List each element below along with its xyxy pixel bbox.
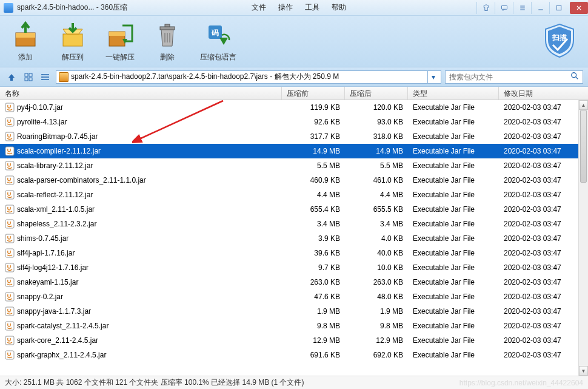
maximize-button[interactable]	[549, 2, 567, 14]
menu-help[interactable]: 帮助	[332, 2, 346, 13]
cell-name: scala-xml_2.11-1.0.5.jar	[0, 205, 282, 214]
file-name: shims-0.7.45.jar	[17, 234, 68, 243]
menu-button[interactable]	[513, 2, 531, 14]
onekey-label: 一键解压	[105, 52, 135, 63]
file-name: spark-catalyst_2.11-2.4.5.jar	[17, 322, 109, 330]
scroll-down-button[interactable]: ▼	[579, 366, 588, 376]
scan-badge[interactable]: 扫描	[542, 23, 577, 58]
cell-type: Executable Jar File	[408, 278, 499, 286]
menu-operate[interactable]: 操作	[278, 2, 293, 13]
cell-after: 14.9 MB	[345, 147, 408, 155]
svg-rect-3	[16, 33, 35, 38]
search-input[interactable]	[449, 73, 564, 81]
cell-name: spark-core_2.11-2.4.5.jar	[0, 336, 282, 345]
file-name: spark-core_2.11-2.4.5.jar	[17, 336, 98, 345]
lang-button[interactable]: 码 压缩包语言	[200, 21, 236, 63]
delete-icon	[153, 21, 182, 50]
table-row[interactable]: scala-compiler-2.11.12.jar14.9 MB14.9 MB…	[0, 144, 588, 158]
path-dropdown-button[interactable]: ▾	[427, 71, 438, 83]
scrollbar[interactable]: ▲ ▼	[578, 100, 588, 376]
col-name[interactable]: 名称	[0, 87, 282, 100]
cell-name: slf4j-log4j12-1.7.16.jar	[0, 263, 282, 272]
table-row[interactable]: scala-xml_2.11-1.0.5.jar655.4 KB655.5 KB…	[0, 202, 588, 217]
table-row[interactable]: scala-library-2.11.12.jar5.5 MB5.5 MBExe…	[0, 158, 588, 173]
onekey-button[interactable]: 一键解压	[105, 21, 135, 63]
cell-type: Executable Jar File	[408, 147, 499, 155]
menu-tool[interactable]: 工具	[305, 2, 319, 13]
jar-icon	[5, 219, 15, 229]
table-row[interactable]: spark-core_2.11-2.4.5.jar12.9 MB12.9 MBE…	[0, 333, 588, 348]
cell-after: 93.0 KB	[345, 118, 408, 126]
table-row[interactable]: spark-graphx_2.11-2.4.5.jar691.6 KB692.0…	[0, 348, 588, 362]
table-row[interactable]: slf4j-api-1.7.16.jar39.6 KB40.0 KBExecut…	[0, 246, 588, 260]
col-before[interactable]: 压缩前	[282, 87, 345, 100]
cell-type: Executable Jar File	[408, 161, 499, 170]
lang-label: 压缩包语言	[200, 52, 236, 63]
cell-after: 1.9 MB	[345, 307, 408, 316]
file-name: spark-graphx_2.11-2.4.5.jar	[17, 351, 106, 359]
skin-button[interactable]	[476, 2, 495, 14]
cell-before: 691.6 KB	[282, 351, 345, 359]
cell-date: 2020-02-03 03:47	[499, 351, 588, 359]
search-box[interactable]	[445, 70, 583, 84]
table-row[interactable]: slf4j-log4j12-1.7.16.jar9.7 KB10.0 KBExe…	[0, 260, 588, 275]
svg-rect-14	[25, 78, 28, 81]
svg-text:码: 码	[211, 29, 219, 37]
col-after[interactable]: 压缩后	[345, 87, 408, 100]
search-icon[interactable]	[570, 72, 579, 82]
cell-type: Executable Jar File	[408, 263, 499, 272]
cell-type: Executable Jar File	[408, 103, 499, 112]
up-button[interactable]	[5, 70, 18, 84]
cell-date: 2020-02-03 03:47	[499, 263, 588, 272]
cell-date: 2020-02-03 03:47	[499, 220, 588, 228]
cell-name: snakeyaml-1.15.jar	[0, 277, 282, 287]
table-row[interactable]: scala-reflect-2.11.12.jar4.4 MB4.4 MBExe…	[0, 188, 588, 202]
delete-button[interactable]: 删除	[153, 21, 182, 63]
svg-rect-12	[25, 73, 28, 76]
table-row[interactable]: snappy-0.2.jar47.6 KB48.0 KBExecutable J…	[0, 289, 588, 304]
cell-date: 2020-02-03 03:47	[499, 307, 588, 316]
cell-name: pyrolite-4.13.jar	[0, 117, 282, 127]
lang-icon: 码	[204, 21, 233, 50]
table-row[interactable]: snakeyaml-1.15.jar263.0 KB263.0 KBExecut…	[0, 275, 588, 289]
cell-after: 4.0 KB	[345, 234, 408, 243]
col-date[interactable]: 修改日期	[499, 87, 588, 100]
close-button[interactable]	[570, 2, 588, 14]
add-button[interactable]: 添加	[11, 21, 40, 63]
file-name: pyrolite-4.13.jar	[17, 118, 67, 126]
svg-point-18	[41, 79, 42, 80]
table-row[interactable]: shapeless_2.11-2.3.2.jar3.4 MB3.4 MBExec…	[0, 217, 588, 231]
feedback-button[interactable]	[495, 2, 513, 14]
extract-label: 解压到	[62, 52, 84, 63]
jar-icon	[5, 146, 15, 156]
col-type[interactable]: 类型	[408, 87, 499, 100]
table-row[interactable]: scala-parser-combinators_2.11-1.1.0.jar4…	[0, 173, 588, 188]
view-list-button[interactable]	[39, 70, 52, 84]
menubar: 文件 操作 工具 帮助	[252, 2, 352, 13]
view-icons-button[interactable]	[22, 70, 35, 84]
table-row[interactable]: shims-0.7.45.jar3.9 KB4.0 KBExecutable J…	[0, 231, 588, 246]
file-name: scala-xml_2.11-1.0.5.jar	[17, 205, 95, 214]
jar-icon	[5, 132, 15, 141]
cell-name: shapeless_2.11-2.3.2.jar	[0, 219, 282, 229]
scroll-up-button[interactable]: ▲	[579, 100, 588, 110]
cell-name: scala-parser-combinators_2.11-1.1.0.jar	[0, 175, 282, 185]
file-name: snakeyaml-1.15.jar	[17, 278, 78, 286]
cell-date: 2020-02-03 03:47	[499, 293, 588, 301]
table-row[interactable]: py4j-0.10.7.jar119.9 KB120.0 KBExecutabl…	[0, 100, 588, 115]
cell-before: 317.7 KB	[282, 132, 345, 141]
menu-file[interactable]: 文件	[252, 2, 266, 13]
minimize-button[interactable]	[531, 2, 549, 14]
cell-name: slf4j-api-1.7.16.jar	[0, 248, 282, 258]
path-box[interactable]: spark-2.4.5-bin-hadoop2.7.tar\spark-2.4.…	[56, 70, 441, 84]
cell-name: scala-compiler-2.11.12.jar	[0, 146, 282, 156]
table-row[interactable]: spark-catalyst_2.11-2.4.5.jar9.8 MB9.8 M…	[0, 319, 588, 333]
table-row[interactable]: RoaringBitmap-0.7.45.jar317.7 KB318.0 KB…	[0, 129, 588, 144]
scroll-thumb[interactable]	[580, 110, 587, 183]
table-row[interactable]: snappy-java-1.1.7.3.jar1.9 MB1.9 MBExecu…	[0, 304, 588, 319]
jar-icon	[5, 292, 15, 302]
svg-rect-8	[165, 24, 170, 27]
table-row[interactable]: pyrolite-4.13.jar92.6 KB93.0 KBExecutabl…	[0, 115, 588, 129]
file-name: slf4j-api-1.7.16.jar	[17, 249, 75, 257]
extract-button[interactable]: 解压到	[58, 21, 87, 63]
